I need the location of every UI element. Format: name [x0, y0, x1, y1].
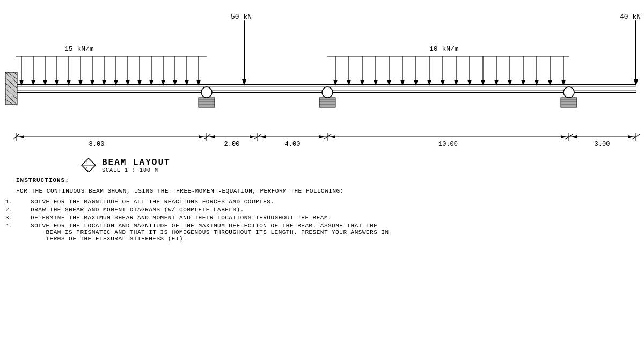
svg-text:8.00: 8.00	[89, 141, 105, 148]
svg-text:40 kN: 40 kN	[620, 13, 641, 21]
svg-point-13	[201, 87, 212, 98]
complete-label: COMPLETE	[179, 207, 210, 213]
svg-marker-52	[150, 80, 153, 85]
svg-marker-112	[199, 135, 204, 138]
svg-marker-92	[522, 80, 525, 85]
instructions-intro: FOR THE CONTINUOUS BEAM SHOWN, USING THE…	[16, 188, 628, 194]
svg-marker-66	[347, 80, 350, 85]
svg-text:10 kN/m: 10 kN/m	[429, 45, 459, 53]
svg-rect-24	[561, 98, 577, 107]
svg-text:SCALE  1  :  100  M: SCALE 1 : 100 M	[102, 167, 158, 172]
svg-marker-72	[387, 80, 391, 85]
svg-marker-82	[455, 80, 458, 85]
svg-marker-131	[572, 135, 577, 138]
svg-marker-46	[114, 80, 118, 85]
svg-marker-78	[428, 80, 431, 85]
beam-diagram: 15 kN/m	[0, 0, 644, 172]
instruction-item-4: 4. SOLVE FOR THE LOCATION AND MAGNITUDE …	[16, 223, 628, 242]
svg-point-23	[564, 87, 574, 98]
svg-marker-64	[334, 80, 337, 85]
svg-marker-116	[209, 135, 215, 138]
instruction-item-2: 2. DRAW THE SHEAR AND MOMENT DIAGRAMS (w…	[16, 207, 628, 213]
svg-rect-19	[319, 98, 335, 107]
instructions-list: 1. SOLVE FOR THE MAGNITUDE OF ALL THE RE…	[16, 198, 628, 242]
svg-text:50 kN: 50 kN	[231, 13, 252, 21]
svg-marker-76	[414, 80, 418, 85]
svg-text:15 kN/m: 15 kN/m	[64, 45, 94, 53]
svg-marker-84	[468, 80, 471, 85]
svg-text:3.00: 3.00	[595, 141, 610, 148]
svg-marker-111	[19, 135, 24, 138]
svg-marker-48	[126, 80, 129, 85]
svg-marker-98	[562, 80, 565, 85]
svg-marker-56	[173, 80, 177, 85]
svg-marker-88	[495, 80, 498, 85]
instruction-item-3: 3. DETERMINE THE MAXIMUM SHEAR AND MOMEN…	[16, 215, 628, 221]
svg-marker-122	[319, 135, 325, 138]
svg-marker-127	[561, 135, 566, 138]
svg-marker-117	[250, 135, 255, 138]
instructions-title: INSTRUCTIONS:	[16, 177, 628, 183]
svg-text:BEAM LAYOUT: BEAM LAYOUT	[102, 158, 171, 167]
svg-marker-80	[441, 80, 444, 85]
svg-point-18	[322, 87, 333, 98]
svg-marker-140	[82, 158, 96, 172]
instruction-item-1: 1. SOLVE FOR THE MAGNITUDE OF ALL THE RE…	[16, 198, 628, 205]
svg-marker-86	[481, 80, 485, 85]
svg-marker-60	[197, 80, 200, 85]
svg-marker-34	[43, 80, 47, 85]
svg-marker-74	[401, 80, 404, 85]
svg-rect-14	[199, 98, 215, 107]
svg-marker-121	[260, 135, 266, 138]
svg-marker-70	[374, 80, 377, 85]
svg-marker-36	[55, 80, 58, 85]
svg-marker-50	[138, 80, 141, 85]
svg-text:1: 1	[85, 160, 88, 166]
svg-marker-90	[508, 80, 511, 85]
svg-marker-54	[162, 80, 165, 85]
svg-text:1: 1	[85, 167, 88, 172]
svg-marker-126	[330, 135, 335, 138]
svg-marker-94	[535, 80, 538, 85]
svg-marker-68	[361, 80, 364, 85]
svg-marker-30	[20, 80, 23, 85]
svg-text:2.00: 2.00	[224, 141, 240, 148]
svg-marker-32	[32, 80, 35, 85]
svg-marker-40	[79, 80, 82, 85]
svg-marker-58	[185, 80, 188, 85]
svg-marker-132	[628, 135, 633, 138]
svg-text:10.00: 10.00	[438, 141, 458, 148]
svg-marker-42	[91, 80, 94, 85]
svg-marker-38	[67, 80, 70, 85]
instructions-section: INSTRUCTIONS: FOR THE CONTINUOUS BEAM SH…	[0, 172, 644, 249]
svg-marker-44	[103, 80, 106, 85]
svg-text:4.00: 4.00	[285, 141, 301, 148]
svg-marker-96	[548, 80, 552, 85]
